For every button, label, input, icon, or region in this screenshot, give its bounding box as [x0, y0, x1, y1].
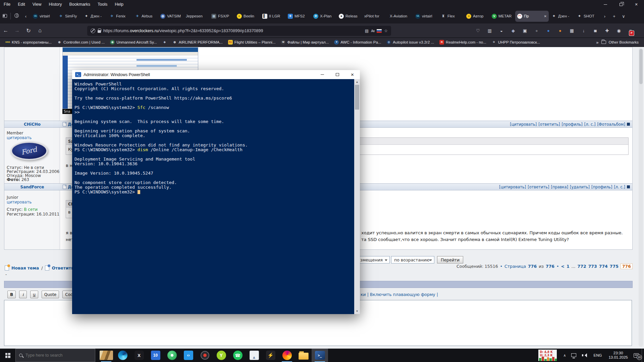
tab-0[interactable]: VAvirtairl	[31, 11, 56, 22]
post-action-link[interactable]: [ответить]	[538, 122, 560, 127]
network-monitor-widget[interactable]: D: 4,8 K U: 2,3 K	[538, 350, 557, 361]
ext-fox-icon[interactable]: ●	[557, 27, 564, 34]
firefox-view-icon[interactable]	[0, 14, 9, 19]
post1-username[interactable]: CHiCHo	[4, 122, 60, 127]
pager-item[interactable]: 1	[567, 264, 570, 269]
bookmark-6[interactable]: ФФайлы | Мир виртуал...	[278, 40, 331, 45]
network-icon[interactable]	[571, 353, 576, 357]
clock[interactable]: 23:30 13.01.2025	[608, 351, 628, 360]
app-whatsapp[interactable]: ☎	[229, 349, 246, 362]
editor-right-links[interactable]: ки | Включить плавающую форму |	[361, 292, 438, 297]
grid-icon[interactable]: ▦	[569, 27, 575, 34]
language-indicator[interactable]: ENG	[594, 353, 602, 357]
menu-bookmarks[interactable]: Bookmarks	[65, 0, 94, 9]
reader-view-icon[interactable]: ▤	[365, 28, 369, 33]
bookmark-5[interactable]: FUFlight Utilities – Planni...	[225, 40, 278, 45]
page-link[interactable]: 774	[599, 264, 608, 269]
bookmark-10[interactable]: ✈UHPP Петропавловск...	[489, 40, 543, 45]
tab-16[interactable]: ♜Flex	[439, 11, 464, 22]
menu-tools[interactable]: Tools	[94, 0, 111, 9]
bookmark-3[interactable]: ◆	[160, 40, 170, 45]
ps-maximize-icon[interactable]	[330, 70, 345, 79]
app-flash[interactable]: ⚡	[262, 349, 279, 362]
editor-button-b[interactable]: B	[7, 291, 16, 298]
page-link[interactable]: 773	[588, 264, 597, 269]
downloads-icon[interactable]: ↓	[580, 27, 587, 34]
lock-icon[interactable]	[98, 30, 101, 33]
ext-lock-icon[interactable]: ◆	[510, 27, 517, 34]
tab-list-icon[interactable]: ∨	[619, 14, 628, 19]
close-button-icon[interactable]: ✕	[629, 0, 644, 9]
tab-12[interactable]: ●Releas	[337, 11, 362, 22]
post-action-link[interactable]: [профиль]	[561, 122, 582, 127]
menu-edit[interactable]: Edit	[14, 0, 29, 9]
back-icon[interactable]: ←	[0, 27, 11, 34]
powershell-console[interactable]: Windows PowerShellCopyright (C) Microsof…	[72, 79, 360, 314]
taskbar-search[interactable]	[15, 349, 95, 362]
console-scrollbar[interactable]: ▲ ▼	[354, 79, 360, 314]
tab-1[interactable]: ✈SimFly	[56, 11, 81, 22]
tab-21[interactable]: ✦SHOT	[575, 11, 600, 22]
app-green-circle[interactable]	[164, 349, 180, 362]
menu-file[interactable]: File	[0, 0, 14, 9]
start-button[interactable]	[0, 349, 15, 362]
tab-8[interactable]: ◐Beelin	[235, 11, 260, 22]
bookmark-2[interactable]: ◉Unmanned Aircraft Sy...	[107, 40, 160, 45]
app-powershell[interactable]: >_	[312, 349, 328, 362]
app-recorder[interactable]	[197, 349, 213, 362]
scroll-down-icon[interactable]: ▼	[354, 309, 360, 314]
app-x[interactable]: X	[131, 349, 147, 362]
post-action-link[interactable]: [л. с.]	[614, 185, 625, 189]
pocket-icon[interactable]: ♡	[475, 27, 481, 34]
ext-half-icon[interactable]: ◒	[498, 27, 505, 34]
bookmark-4[interactable]: ◍AIRLINER PERFORMA...	[170, 40, 225, 45]
tab-5[interactable]: ◍VATSIM	[158, 11, 183, 22]
reply-link[interactable]: Ответить	[52, 265, 73, 270]
powershell-window[interactable]: >_ Administrator: Windows PowerShell ✕ W…	[72, 70, 360, 314]
bookmark-1[interactable]: ◍Controller.com | Used ...	[54, 40, 107, 45]
bookmark-star-icon[interactable]: ☆	[384, 28, 388, 33]
tab-9[interactable]: ▍II LGR	[260, 11, 285, 22]
bookmark-9[interactable]: RRealmeHelp.com - по...	[437, 40, 489, 45]
go-button[interactable]: Перейти	[437, 256, 463, 263]
post2-quote-link[interactable]: цитировать	[7, 200, 32, 204]
post-action-link[interactable]: [Фотоальбом]	[597, 122, 625, 127]
restore-button-icon[interactable]	[613, 0, 629, 9]
app-firefox[interactable]	[279, 349, 295, 362]
speaker-icon[interactable]	[582, 353, 587, 358]
page-link[interactable]: 775	[610, 264, 619, 269]
screenshot-icon[interactable]: ▣	[522, 27, 528, 34]
editor-button-quote[interactable]: Quote	[42, 291, 59, 298]
tab-3[interactable]: ✈Fenix	[107, 11, 132, 22]
account-icon[interactable]: ◉	[615, 27, 622, 34]
home-icon[interactable]: ⌂	[34, 27, 46, 34]
globe-tab-icon[interactable]	[12, 13, 21, 19]
bookmarks-more-icon[interactable]: »	[596, 40, 598, 45]
tab-20[interactable]: ✦Дзен -	[549, 11, 574, 22]
url-bar[interactable]: https://forums.overclockers.ru/viewtopic…	[87, 26, 391, 36]
ext-blue-circle-icon[interactable]: ●	[545, 27, 552, 34]
pinterest-icon[interactable]: P	[629, 31, 634, 36]
page-link[interactable]: 772	[578, 264, 586, 269]
post-action-link[interactable]: [удалить]	[570, 185, 590, 189]
tab-19-active[interactable]: ◠Пр✕	[515, 11, 549, 22]
show-desktop-button[interactable]	[642, 349, 644, 362]
tabs-scroll-left-icon[interactable]: ‹	[21, 14, 31, 19]
tab-18[interactable]: VMETAR	[490, 11, 515, 22]
bookmark-7[interactable]: ▼AWC - Information Pa...	[331, 40, 384, 45]
tab-close-icon[interactable]: ✕	[544, 14, 547, 18]
tab-6[interactable]: Jeppesen	[184, 11, 209, 22]
console-scroll-thumb[interactable]	[355, 85, 359, 110]
post1-quote-link[interactable]: цитировать	[7, 135, 32, 140]
ext-dark-circle-icon[interactable]: ●	[533, 27, 540, 34]
app-photos[interactable]: ▲	[246, 349, 262, 362]
sort-order-select[interactable]: по возрастанию	[391, 256, 434, 263]
scrollbar-thumb[interactable]	[639, 49, 643, 84]
extensions-puzzle-icon[interactable]: ✚	[604, 27, 610, 34]
other-bookmarks-label[interactable]: Other Bookmarks	[609, 40, 639, 44]
post2-username[interactable]: SandForce	[4, 185, 60, 189]
app-photo-thumbnail[interactable]	[98, 349, 114, 362]
new-tab-button[interactable]: +	[609, 14, 619, 19]
tab-2[interactable]: ✦Дзен -	[82, 11, 107, 22]
page-scrollbar[interactable]	[639, 48, 643, 347]
